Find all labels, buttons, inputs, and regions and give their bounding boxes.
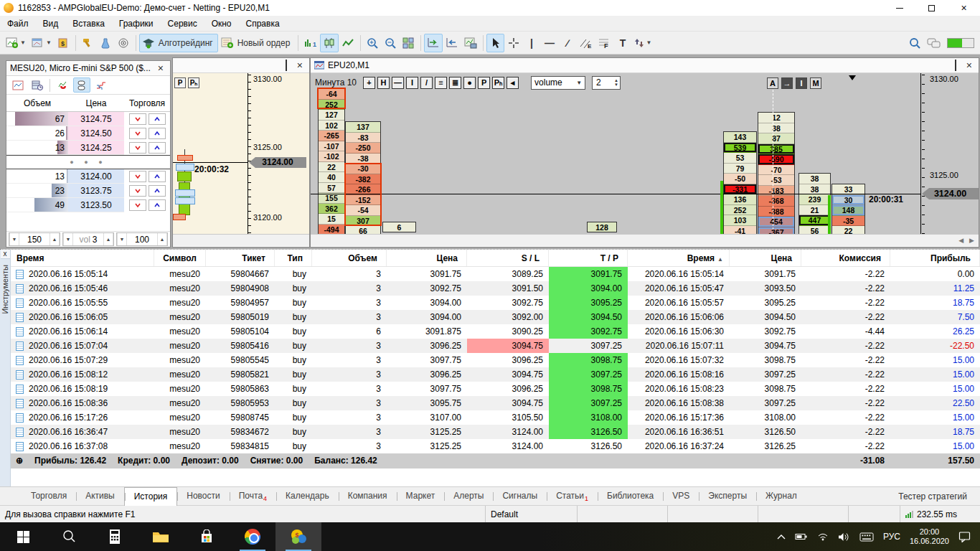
zoom-in-button[interactable]	[364, 34, 382, 52]
column-header[interactable]: T / P	[549, 250, 628, 266]
toolbox-tab[interactable]: Сигналы	[493, 487, 547, 506]
cluster-mode-button[interactable]: ◂	[507, 77, 519, 89]
menu-item[interactable]: Окно	[204, 16, 239, 32]
zoom-out-button[interactable]	[382, 34, 400, 52]
menu-item[interactable]: Сервис	[161, 16, 204, 32]
history-row[interactable]: 2020.06.16 15:05:55 mesu20 59804957 buy …	[11, 296, 980, 310]
taskbar-calculator-button[interactable]	[92, 522, 138, 551]
buy-button[interactable]	[149, 142, 166, 154]
cluster-mode-button[interactable]: Pₕ	[492, 77, 504, 89]
toolbox-tab[interactable]: Журнал	[756, 487, 806, 506]
buy-button[interactable]	[149, 185, 166, 197]
main-chart-plot[interactable]: Минута 10 +H—I/≡≣●PPₕ◂ volume▼ 2▲▼ A→IM	[311, 73, 920, 234]
history-row[interactable]: 2020.06.16 15:07:29 mesu20 59805545 buy …	[11, 353, 980, 367]
taskbar-search-button[interactable]	[46, 522, 92, 551]
profiles-button[interactable]: ▼	[29, 34, 55, 52]
crosshair-button[interactable]	[504, 34, 522, 52]
volume-mode-select[interactable]: volume▼	[531, 76, 585, 90]
taskbar-store-button[interactable]	[184, 522, 230, 551]
profile-history-button[interactable]: Pₕ	[188, 77, 199, 88]
dom-history-mode-button[interactable]	[29, 77, 46, 93]
taskbar-metatrader-button[interactable]: $	[275, 522, 321, 551]
menu-item[interactable]: Графики	[112, 16, 161, 32]
buy-button[interactable]	[149, 199, 166, 211]
line-chart-mode-button[interactable]	[339, 34, 357, 52]
sell-button[interactable]	[129, 199, 146, 211]
start-button[interactable]	[0, 522, 46, 551]
cluster-mode-button[interactable]: ●	[463, 77, 476, 89]
candle-chart-mode-button[interactable]	[320, 34, 339, 52]
chart-mode-button[interactable]: →	[781, 77, 793, 89]
column-header[interactable]: Цена	[730, 250, 801, 266]
notification-icon[interactable]	[958, 531, 971, 542]
price-scale[interactable]: 3130.00 3125.00 3124.00	[920, 73, 979, 234]
search-button[interactable]	[906, 34, 924, 52]
chat-button[interactable]	[924, 34, 944, 52]
arrows-button[interactable]: ▼	[631, 34, 654, 52]
sell-button[interactable]	[129, 171, 146, 182]
column-header[interactable]: Цена	[387, 250, 467, 266]
templates-button[interactable]	[461, 34, 480, 52]
column-header[interactable]: Комиссия	[801, 250, 890, 266]
column-header[interactable]: Время	[11, 250, 154, 266]
history-row[interactable]: 2020.06.16 15:08:19 mesu20 59805863 buy …	[11, 382, 980, 396]
sell-button[interactable]	[129, 113, 146, 125]
close-button[interactable]: ×	[948, 0, 980, 16]
history-row[interactable]: 2020.06.16 15:08:36 mesu20 59805953 buy …	[11, 396, 980, 410]
chart-mode-button[interactable]: I	[796, 77, 807, 89]
menu-item[interactable]: Файл	[0, 16, 36, 32]
cursor-button[interactable]	[486, 34, 504, 52]
column-header[interactable]: Символ	[154, 250, 206, 266]
history-row[interactable]: 2020.06.16 15:07:04 mesu20 59805416 buy …	[11, 339, 980, 353]
toolbox-tab[interactable]: Почта4	[230, 487, 276, 506]
chart-mode-button[interactable]: A	[767, 77, 778, 89]
toolbox-tab[interactable]: Торговля	[22, 487, 76, 506]
maximize-button[interactable]	[915, 0, 948, 16]
menu-item[interactable]: Справка	[239, 16, 287, 32]
expand-icon[interactable]: ⊕	[16, 453, 23, 468]
toolbox-tab[interactable]: Новости	[177, 487, 229, 506]
algo-trading-button[interactable]: Алготрейдинг	[139, 34, 218, 52]
status-profile[interactable]: Default	[485, 506, 577, 522]
cluster-mode-button[interactable]: —	[392, 77, 404, 89]
chart-shift-button[interactable]	[424, 34, 443, 52]
volume-stepper[interactable]: ▼vol3▲	[62, 232, 114, 246]
new-chart-button[interactable]: ▼	[3, 34, 29, 52]
strategy-tester-link[interactable]: Тестер стратегий	[898, 491, 980, 501]
column-header[interactable]: Тип	[275, 250, 312, 266]
sl-points-stepper[interactable]: ▼150▲	[9, 232, 60, 246]
cluster-mode-button[interactable]: +	[363, 77, 375, 89]
toolbox-tab[interactable]: Активы	[76, 487, 124, 506]
column-header[interactable]: Объем	[312, 250, 387, 266]
minimize-button[interactable]	[883, 0, 915, 16]
chart-maximize-button[interactable]	[286, 60, 287, 70]
signals-button[interactable]	[115, 34, 133, 52]
speaker-icon[interactable]	[838, 532, 850, 542]
taskbar-chrome-button[interactable]	[230, 522, 275, 551]
buy-button[interactable]	[149, 171, 166, 182]
toolbox-tab[interactable]: История	[124, 487, 178, 506]
sell-button[interactable]	[129, 185, 146, 197]
profile-button[interactable]: P	[174, 77, 186, 88]
toolbox-tab[interactable]: Библиотека	[598, 487, 663, 506]
history-row[interactable]: 2020.06.16 15:05:46 mesu20 59804908 buy …	[11, 281, 980, 296]
channel-button[interactable]: E	[576, 34, 595, 52]
history-row[interactable]: 2020.06.16 15:08:12 mesu20 59805821 buy …	[11, 367, 980, 382]
toolbox-tab[interactable]: VPS	[663, 487, 699, 506]
history-row[interactable]: 2020.06.16 16:36:47 mesu20 59834672 buy …	[11, 425, 980, 439]
keyboard-icon[interactable]	[859, 532, 874, 542]
tp-points-stepper[interactable]: ▼100▲	[116, 232, 168, 246]
dom-close-button[interactable]: ×	[158, 63, 164, 73]
toolbox-tab[interactable]: Маркет	[397, 487, 445, 506]
text-button[interactable]: T	[613, 34, 631, 52]
dom-magnet-button[interactable]	[54, 77, 71, 93]
history-row[interactable]: 2020.06.16 15:17:26 mesu20 59808745 buy …	[11, 410, 980, 425]
horizontal-line-button[interactable]: —	[540, 34, 558, 52]
cluster-mode-button[interactable]: ≡	[435, 77, 447, 89]
scroll-left-arrow[interactable]: ◀	[958, 237, 963, 244]
main-chart-scrollbar[interactable]: ◀ ▶	[311, 234, 979, 246]
toolbox-tab[interactable]: Статьи1	[547, 487, 598, 506]
fibonacci-button[interactable]: F	[595, 34, 613, 52]
column-header[interactable]: Прибыль	[890, 250, 980, 266]
chevron-up-icon[interactable]	[777, 534, 786, 540]
